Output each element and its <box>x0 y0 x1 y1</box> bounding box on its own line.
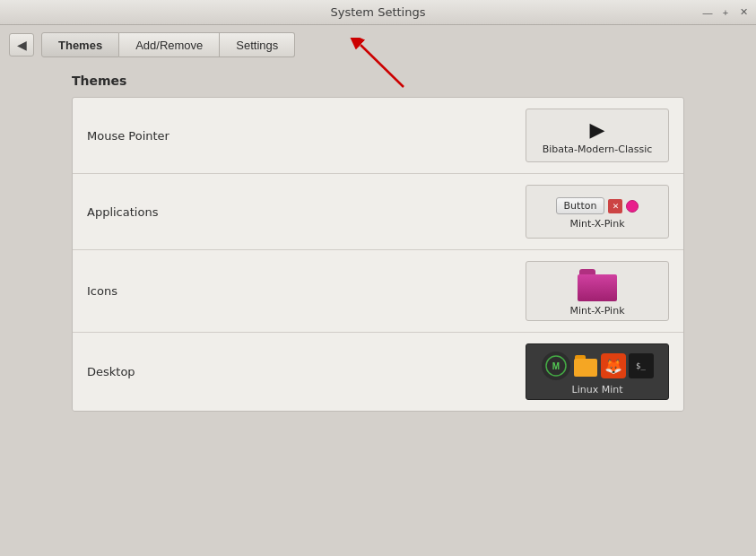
folder-icon <box>578 269 617 301</box>
main-content: Themes Mouse Pointer ▶ Bibata-Modern-Cla… <box>0 65 756 421</box>
theme-row-mouse-pointer: Mouse Pointer ▶ Bibata-Modern-Classic <box>73 98 683 174</box>
desktop-fire-icon: 🦊 <box>601 353 626 378</box>
theme-row-desktop: Desktop M <box>73 333 683 411</box>
icons-preview-label: Mint-X-Pink <box>570 305 625 317</box>
desktop-preview[interactable]: M 🦊 $_ <box>526 343 669 400</box>
tab-group: Themes Add/Remove Settings <box>41 32 295 57</box>
maximize-button[interactable]: + <box>718 5 733 20</box>
mouse-pointer-label: Mouse Pointer <box>87 129 230 143</box>
icons-label: Icons <box>87 284 230 298</box>
mouse-pointer-preview-content: ▶ <box>590 120 605 140</box>
cursor-icon: ▶ <box>590 120 605 140</box>
mint-logo-icon: M <box>542 352 570 380</box>
window: System Settings — + ✕ ◀ Themes Add/Remov… <box>0 0 756 556</box>
tab-add-remove[interactable]: Add/Remove <box>119 32 220 57</box>
window-title: System Settings <box>331 5 426 19</box>
mock-radio-icon <box>626 200 639 213</box>
mouse-pointer-preview-label: Bibata-Modern-Classic <box>543 143 653 155</box>
mock-button-icon: Button <box>556 197 605 214</box>
back-button[interactable]: ◀ <box>9 33 34 56</box>
tab-settings[interactable]: Settings <box>220 32 295 57</box>
desktop-label: Desktop <box>87 365 230 378</box>
svg-text:M: M <box>552 361 559 371</box>
mouse-pointer-preview[interactable]: ▶ Bibata-Modern-Classic <box>526 109 669 162</box>
tab-themes[interactable]: Themes <box>41 32 119 57</box>
minimize-button[interactable]: — <box>700 5 715 20</box>
applications-preview[interactable]: Button ✕ Mint-X-Pink <box>526 185 669 239</box>
themes-panel: Mouse Pointer ▶ Bibata-Modern-Classic Ap… <box>72 97 684 412</box>
window-controls: — + ✕ <box>700 5 751 20</box>
folder-body <box>578 274 617 301</box>
applications-preview-content: Button ✕ <box>556 197 639 214</box>
desktop-preview-label: Linux Mint <box>572 384 623 395</box>
desktop-preview-content: M 🦊 $_ <box>542 352 654 380</box>
icons-preview[interactable]: Mint-X-Pink <box>526 261 669 321</box>
section-title: Themes <box>72 74 684 88</box>
desktop-terminal-icon: $_ <box>629 353 654 378</box>
close-button[interactable]: ✕ <box>736 5 751 20</box>
icons-preview-content <box>578 269 617 301</box>
back-icon: ◀ <box>17 38 27 52</box>
titlebar: System Settings — + ✕ <box>0 0 756 25</box>
applications-label: Applications <box>87 205 230 219</box>
mock-close-icon: ✕ <box>608 199 622 213</box>
theme-row-applications: Applications Button ✕ Mint-X-Pink <box>73 174 683 250</box>
toolbar: ◀ Themes Add/Remove Settings <box>0 25 756 65</box>
theme-row-icons: Icons Mint-X-Pink <box>73 250 683 333</box>
desktop-folder-icon <box>573 353 598 378</box>
applications-preview-label: Mint-X-Pink <box>570 218 625 230</box>
